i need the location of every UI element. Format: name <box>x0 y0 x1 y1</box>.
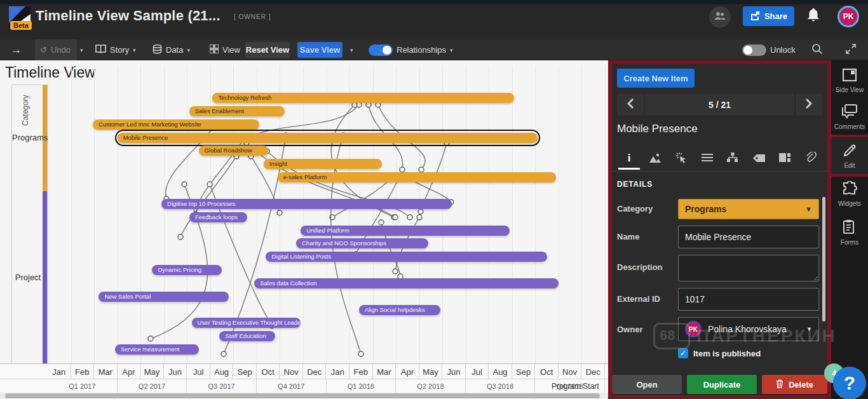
tab-image[interactable] <box>644 148 666 170</box>
category-select[interactable]: Programs ▼ <box>678 199 819 219</box>
timeline-bar[interactable]: Sales Enablement <box>189 106 285 116</box>
search-icon[interactable] <box>811 43 823 57</box>
description-field[interactable] <box>678 255 819 281</box>
relationships-caret[interactable]: ▾ <box>450 47 453 53</box>
published-row: ✓ Item is published <box>678 348 761 358</box>
timeline-bar[interactable]: User Testing Executive Thought Leaders <box>192 318 301 328</box>
timeline-bar[interactable]: Digital Listening Posts <box>266 252 546 262</box>
save-view-caret[interactable]: ▾ <box>350 39 353 60</box>
name-field[interactable] <box>678 226 819 248</box>
list-icon <box>702 153 713 165</box>
tab-interactive[interactable] <box>670 148 692 170</box>
reset-view-button[interactable]: Reset View <box>245 42 290 58</box>
month-tick: May <box>140 364 164 379</box>
collaborators-button[interactable] <box>709 6 731 28</box>
panel-scrollbar[interactable] <box>822 197 825 321</box>
view-menu[interactable]: View <box>210 39 240 60</box>
month-tick: Oct <box>257 364 280 379</box>
forward-arrow-icon[interactable]: → <box>10 39 22 60</box>
timeline-bar[interactable]: Mobile Presence <box>118 133 538 143</box>
timeline-bar[interactable]: Staff Education <box>219 331 275 341</box>
comments-icon <box>841 110 858 121</box>
timeline-bar[interactable]: Customer Led Innc Marketing Website <box>93 119 259 130</box>
published-checkbox[interactable]: ✓ <box>678 348 688 358</box>
tab-tag[interactable] <box>748 148 770 170</box>
month-axis: JanFebMarAprMayJunJulAugSepOctNovDecJanF… <box>0 363 608 379</box>
save-view-button[interactable]: Save View <box>297 42 342 58</box>
tab-layout[interactable] <box>774 148 796 170</box>
timeline-bar[interactable]: Align Social helpdesks <box>359 305 440 315</box>
pager-prev-button[interactable] <box>617 94 644 116</box>
fullscreen-expand-icon[interactable] <box>845 43 857 57</box>
timeline-bar[interactable]: e-sales Platform <box>278 172 557 182</box>
share-button[interactable]: Share <box>743 6 794 26</box>
sidebar-item-edit[interactable]: Edit <box>831 135 868 177</box>
story-label: Story <box>110 45 129 55</box>
app-window: Beta Timeline View Sample (21... [ OWNER… <box>0 0 868 399</box>
chevron-left-icon <box>627 98 634 111</box>
owner-field-label: Owner <box>617 325 677 334</box>
external-id-field[interactable] <box>678 288 819 311</box>
delete-button[interactable]: Delete <box>762 375 827 394</box>
database-icon <box>153 44 162 56</box>
undo-button[interactable]: ↺ Undo <box>35 39 77 60</box>
timeline-bar[interactable]: Technology Refresh <box>212 93 514 103</box>
timeline-bar[interactable]: Service measurement <box>115 344 199 355</box>
create-new-item-button[interactable]: Create New Item <box>617 69 695 88</box>
sidebar-item-forms[interactable]: Forms <box>831 219 868 246</box>
timeline-bar[interactable]: New Sales Portal <box>98 292 229 302</box>
relationships-toggle[interactable] <box>369 44 393 56</box>
unlock-toggle[interactable] <box>742 44 766 56</box>
share-icon <box>750 11 760 22</box>
sidebar-item-side-view[interactable]: Side View <box>831 68 868 93</box>
horizontal-scrollbar-thumb[interactable] <box>5 393 600 398</box>
story-menu[interactable]: Story ▾ <box>95 39 136 60</box>
delete-label: Delete <box>789 380 813 389</box>
sidebar-item-label: Edit <box>831 162 868 169</box>
chevron-down-icon: ▼ <box>805 205 812 213</box>
sideview-icon <box>842 73 857 84</box>
timeline-bar[interactable]: Digitise top 10 Processes <box>161 199 452 209</box>
timeline-bar[interactable]: Unified Platform <box>301 226 510 236</box>
tab-flow[interactable] <box>722 148 743 170</box>
horizontal-scrollbar[interactable] <box>0 393 608 399</box>
tab-info[interactable]: i <box>618 148 640 170</box>
category-select-value: Programs <box>685 204 726 214</box>
page-title: Timeline View Sample (21... <box>36 8 220 24</box>
duplicate-button[interactable]: Duplicate <box>687 375 757 394</box>
timeline-bar[interactable]: Insight <box>264 159 382 169</box>
undo-icon: ↺ <box>40 45 47 55</box>
sidebar-item-widgets[interactable]: Widgets <box>831 181 868 207</box>
relationships-label: Relationships <box>397 45 446 55</box>
tab-list[interactable] <box>696 148 718 170</box>
forms-icon <box>843 226 857 236</box>
user-avatar[interactable]: PK <box>837 6 859 27</box>
month-tick: Nov <box>280 364 303 379</box>
month-tick: Feb <box>349 364 373 379</box>
undo-dropdown-caret[interactable]: ▾ <box>80 39 83 60</box>
timeline-bar[interactable]: Feedback loops <box>189 212 247 222</box>
timeline-bar[interactable]: Global Roadshow <box>199 145 269 156</box>
panel-action-buttons: Open Duplicate Delete <box>612 375 827 394</box>
month-tick: Jul <box>466 364 489 379</box>
quarter-tick: Q1 2017 <box>48 379 118 393</box>
undo-label: Undo <box>51 45 71 55</box>
sidebar-item-comments[interactable]: Comments <box>831 104 868 130</box>
story-caret: ▾ <box>133 47 136 53</box>
timeline-bar[interactable]: Charity and NGO Sponsorships <box>296 238 428 248</box>
timeline-bar[interactable]: Dynamic Pricing <box>152 265 222 275</box>
help-button[interactable]: ? <box>833 367 866 399</box>
share-label: Share <box>764 11 787 21</box>
notifications-bell-icon[interactable] <box>806 8 820 25</box>
open-button[interactable]: Open <box>612 375 682 394</box>
pager-next-button[interactable] <box>796 94 822 116</box>
pager-position: 5 / 21 <box>645 94 794 116</box>
owner-select[interactable]: PK Polina Khorovskaya ▼ <box>678 317 819 341</box>
unlock-toggle-group: Unlock <box>742 39 796 60</box>
tab-attachments[interactable] <box>800 148 822 170</box>
sidebar-item-label: Side View <box>831 86 868 93</box>
data-menu[interactable]: Data ▾ <box>153 39 190 60</box>
quarter-tick: Q3 2018 <box>466 379 536 393</box>
timeline-bar[interactable]: Sales data Collection <box>254 278 559 288</box>
month-tick: Oct <box>535 364 559 379</box>
